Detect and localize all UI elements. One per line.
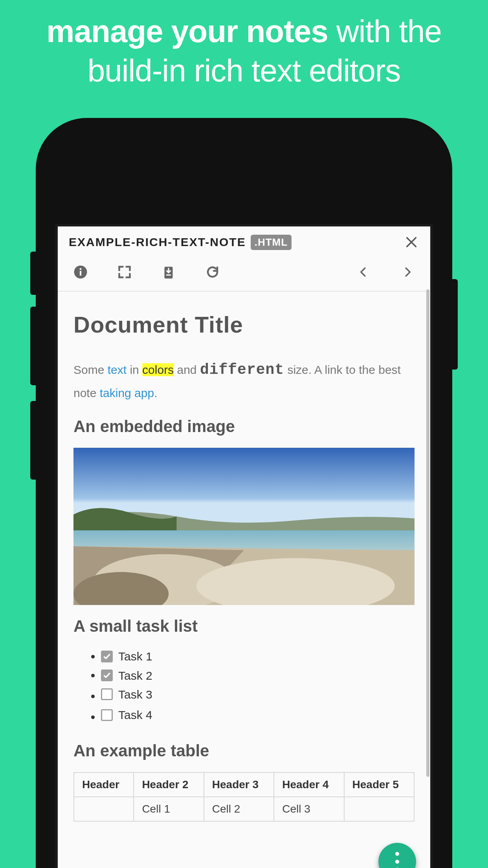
fullscreen-button[interactable] [115,263,134,281]
download-icon [161,265,176,279]
table-header: Header 4 [274,772,344,797]
table-header: Header 2 [134,772,204,797]
task-label: Task 2 [118,667,152,684]
table-cell: Cell 2 [204,797,274,821]
svg-rect-4 [80,268,81,270]
big-text: different [200,361,284,378]
heading-task-list: A small task list [73,617,415,636]
chevron-left-icon [358,266,369,278]
refresh-button[interactable] [203,263,222,281]
checkbox[interactable] [101,669,113,681]
task-list: Task 1 Task 2 Task 3 [73,647,415,726]
heading-table: An example table [73,741,415,760]
phone-side-button [30,401,36,480]
table-cell: Cell 1 [134,797,204,821]
table-row: Cell 1 Cell 2 Cell 3 [74,797,414,821]
close-icon [405,235,418,249]
file-name: EXAMPLE-RICH-TEXT-NOTE [69,235,246,249]
phone-side-button [452,279,458,370]
document-title: Document Title [73,311,415,338]
table-header: Header [74,772,134,797]
chevron-right-icon [402,266,413,278]
checkbox[interactable] [101,651,113,662]
file-extension-badge: .HTML [251,235,292,250]
file-title-bar: EXAMPLE-RICH-TEXT-NOTE .HTML [58,226,430,253]
inline-link[interactable]: taking app [100,386,154,399]
svg-rect-3 [80,271,81,276]
task-item: Task 1 [101,647,415,666]
embedded-image [73,448,415,605]
task-label: Task 4 [118,706,152,724]
table-cell [74,797,134,821]
refresh-icon [205,265,220,279]
highlighted-text: colors [142,363,174,376]
task-item: Task 3 [101,686,415,705]
fab-more-button[interactable] [378,843,416,868]
task-label: Task 3 [118,686,152,703]
promo-bold: manage your notes [46,14,328,49]
colored-text: text [108,363,127,376]
task-item: Task 4 [101,706,415,726]
scrollbar[interactable] [426,289,429,777]
info-icon [73,265,88,279]
more-vert-icon [395,852,399,868]
svg-rect-5 [166,274,171,276]
checkbox[interactable] [101,709,113,721]
heading-embedded-image: An embedded image [73,417,415,436]
toolbar [58,253,430,292]
table-header-row: Header Header 2 Header 3 Header 4 Header… [74,772,414,797]
intro-paragraph: Some text in colors and different size. … [73,357,415,403]
fullscreen-icon [117,265,132,279]
close-button[interactable] [404,234,419,250]
table-header: Header 3 [204,772,274,797]
promo-headline: manage your notes with the build-in rich… [0,0,488,90]
task-label: Task 1 [118,647,152,665]
example-table: Header Header 2 Header 3 Header 4 Header… [73,772,415,822]
table-cell [344,797,414,821]
checkbox[interactable] [101,688,113,700]
phone-frame: EXAMPLE-RICH-TEXT-NOTE .HTML [36,118,452,868]
document-body[interactable]: Document Title Some text in colors and d… [58,292,430,822]
info-button[interactable] [71,263,90,281]
table-cell: Cell 3 [274,797,344,821]
phone-screen: EXAMPLE-RICH-TEXT-NOTE .HTML [55,224,433,868]
task-item: Task 2 [101,666,415,684]
download-button[interactable] [159,263,178,281]
app-viewport: EXAMPLE-RICH-TEXT-NOTE .HTML [58,226,430,868]
next-button[interactable] [398,263,417,281]
prev-button[interactable] [354,263,373,281]
table-header: Header 5 [344,772,414,797]
